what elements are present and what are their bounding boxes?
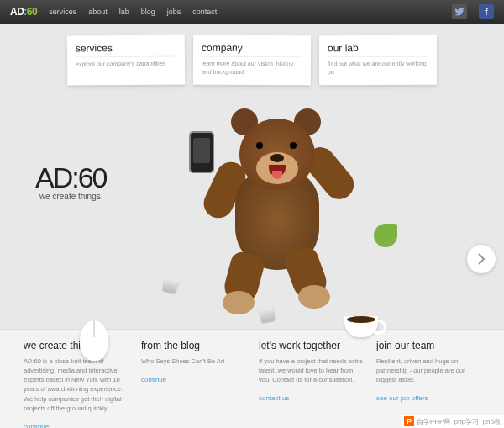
navbar-logo[interactable]: AD:60 — [10, 6, 37, 18]
watermark: P 自学PHP网_php学习_php教 — [401, 415, 504, 428]
carousel-next-button[interactable] — [467, 245, 496, 273]
apple-icon — [374, 224, 397, 247]
top-navbar: AD:60 services about lab blog jobs conta… — [0, 0, 504, 24]
card-desc: explore our company's capabilities — [76, 59, 176, 68]
nav-jobs[interactable]: jobs — [167, 8, 181, 16]
logo-sixty: 60 — [27, 6, 37, 18]
card-title: services — [76, 41, 176, 57]
watermark-badge: P — [404, 416, 414, 426]
watermark-text: 自学PHP网_php学习_php教 — [417, 417, 501, 426]
col-heading: from the blog — [141, 340, 245, 351]
keyboard-key-icon — [260, 306, 276, 322]
card-company[interactable]: company learn more about our vision, his… — [193, 35, 311, 85]
card-title: our lab — [328, 42, 428, 57]
nav-blog[interactable]: blog — [141, 8, 155, 16]
mouse-icon — [80, 320, 108, 361]
bear-illustration — [193, 102, 361, 312]
nav-about[interactable]: about — [88, 8, 108, 16]
col-heading: we create things — [24, 340, 128, 351]
phone-icon — [189, 131, 214, 173]
twitter-icon[interactable] — [452, 4, 467, 19]
job-offers-link[interactable]: see our job offers — [376, 394, 428, 402]
info-cards-row: services explore our company's capabilit… — [0, 24, 504, 85]
hero-tagline: we create things. — [35, 192, 107, 201]
hero-logo-text: AD:60 — [35, 165, 107, 191]
col-work-together: let's work together If you have a projec… — [259, 340, 363, 428]
card-desc: find out what we are currently working o… — [328, 60, 428, 77]
nav-services[interactable]: services — [49, 8, 76, 16]
col-heading: let's work together — [259, 340, 363, 351]
col-body: Who Says Shoes Can't Be Art — [141, 357, 245, 366]
hero-section: AD:60 we create things. — [0, 85, 504, 329]
contact-us-link[interactable]: contact us — [259, 394, 289, 402]
nav-contact[interactable]: contact — [192, 8, 217, 16]
facebook-icon[interactable]: f — [479, 4, 494, 19]
nav-lab[interactable]: lab — [119, 8, 129, 16]
continue-link[interactable]: continue — [24, 423, 49, 428]
card-services[interactable]: services explore our company's capabilit… — [67, 34, 186, 85]
col-body: AD:60 is a close-knit team of advertisin… — [24, 357, 128, 414]
hero-logo: AD:60 we create things. — [35, 165, 107, 202]
col-body: If you have a project that needs extra t… — [259, 357, 363, 385]
card-lab[interactable]: our lab find out what we are currently w… — [319, 35, 437, 85]
keyboard-key-icon — [162, 277, 179, 293]
col-heading: join our team — [376, 340, 480, 351]
footer-columns: we create things AD:60 is a close-knit t… — [0, 329, 504, 428]
chevron-right-icon — [477, 253, 486, 265]
col-body: Resilient, driven and huge on partnershi… — [376, 357, 480, 385]
logo-ad: AD — [10, 6, 24, 18]
col-we-create: we create things AD:60 is a close-knit t… — [24, 340, 128, 428]
card-title: company — [202, 42, 302, 58]
card-desc: learn more about our vision, history and… — [202, 60, 302, 77]
continue-link[interactable]: continue — [141, 376, 166, 383]
col-blog: from the blog Who Says Shoes Can't Be Ar… — [141, 340, 245, 428]
